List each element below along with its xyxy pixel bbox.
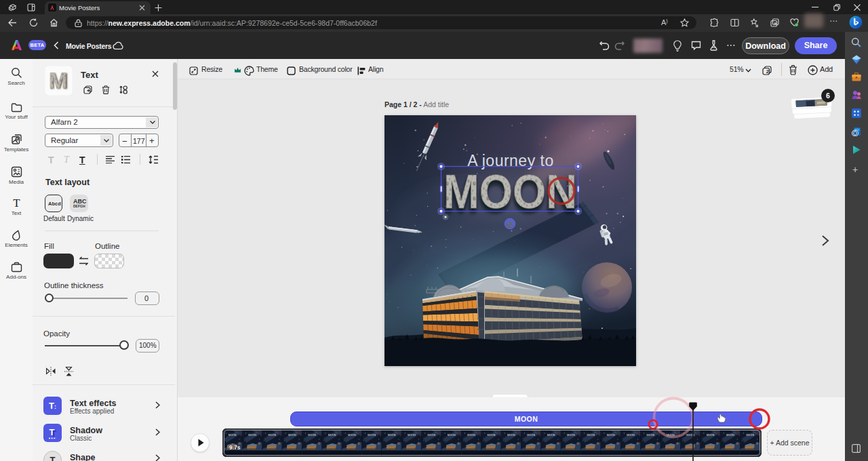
- svg-text:M: M: [49, 67, 67, 94]
- svg-text:T: T: [50, 427, 55, 437]
- svg-text:MOON: MOON: [443, 165, 577, 218]
- svg-text:T: T: [13, 197, 20, 209]
- svg-text:2: 2: [766, 68, 769, 75]
- svg-text:6: 6: [826, 92, 830, 100]
- svg-text:9.7s: 9.7s: [229, 444, 241, 451]
